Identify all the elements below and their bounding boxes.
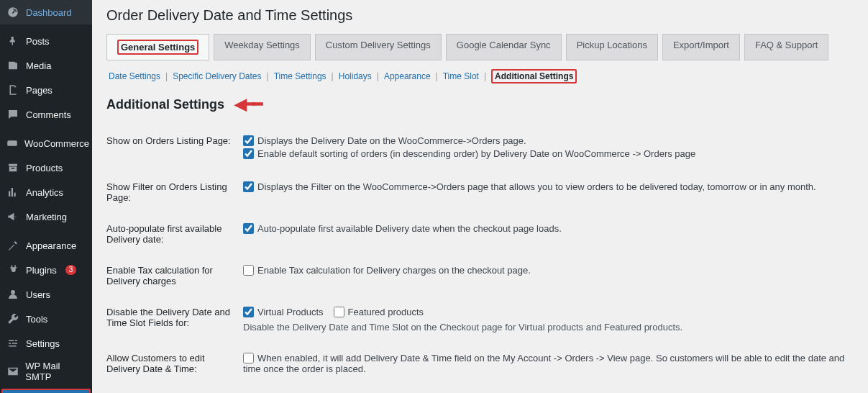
mail-icon [6,364,19,379]
option-text: When enabled, it will add Delivery Date … [243,353,844,374]
tab-faq-support[interactable]: FAQ & Support [744,34,828,60]
separator: | [436,71,438,81]
option-text: Displays the Filter on the WooCommerce->… [257,181,816,192]
subtab-additional-settings[interactable]: Additional Settings [489,68,579,85]
option-text: Enable Tax calculation for Delivery char… [257,265,531,276]
media-icon [6,58,20,73]
sidebar-item-products[interactable]: Products [0,155,92,180]
setting-label: Show Filter on Orders Listing Page: [106,171,243,213]
sub-tabs: Date Settings|Specific Delivery Dates|Ti… [106,68,855,85]
description: Disable the Delivery Date and Time Slot … [243,322,855,333]
label: Dashboard [26,7,72,18]
arrow-icon: ◀━━ [234,95,261,114]
setting-controls: When enabled, it will add Delivery Date … [243,343,855,387]
option[interactable]: Displays the Filter on the WooCommerce->… [243,181,855,192]
subtab-specific-delivery-dates[interactable]: Specific Delivery Dates [170,70,263,83]
settings-table: Show on Orders Listing Page:Displays the… [106,125,855,393]
separator: | [377,71,379,81]
label: Marketing [26,212,67,222]
sidebar-item-media[interactable]: Media [0,53,92,78]
option[interactable]: Auto-populate first available Delivery d… [243,223,855,234]
setting-row: Enable Tax calculation for Delivery char… [106,255,855,297]
option[interactable]: Enable Tax calculation for Delivery char… [243,265,855,276]
sidebar-item-comments[interactable]: Comments [0,102,92,127]
tab-weekday-settings[interactable]: Weekday Settings [214,34,311,60]
user-icon [6,287,20,302]
label: Appearance [26,240,76,251]
label: Products [26,163,63,173]
sidebar-item-woocommerce[interactable]: WooCommerce [0,131,92,155]
sidebar-item-pages[interactable]: Pages [0,78,92,102]
subtab-holidays[interactable]: Holidays [337,70,374,83]
sidebar-item-users[interactable]: Users [0,282,92,307]
label: Settings [26,338,60,349]
checkbox[interactable] [243,148,254,159]
subtab-appearance[interactable]: Appearance [382,70,433,83]
page-title: Order Delivery Date and Time Settings [106,7,855,24]
option[interactable]: Virtual Products [243,307,324,317]
primary-tabs: General SettingsWeekday SettingsCustom D… [106,34,855,60]
sidebar-item-posts[interactable]: Posts [0,29,92,53]
setting-row: Auto-populate first available Delivery d… [106,213,855,255]
subtab-time-settings[interactable]: Time Settings [272,70,329,83]
separator: | [267,71,269,81]
setting-controls: Displays the Delivery Date on the WooCom… [243,125,855,171]
checkbox[interactable] [334,307,344,317]
sidebar-item-wpmailsmtp[interactable]: WP Mail SMTP [0,356,92,387]
sidebar-item-settings[interactable]: Settings [0,331,92,356]
setting-row: Show Filter on Orders Listing Page:Displ… [106,171,855,213]
option-text: Auto-populate first available Delivery d… [257,223,562,234]
sidebar-item-marketing[interactable]: Marketing [0,204,92,229]
label: Pages [26,85,52,96]
tab-google-calendar-sync[interactable]: Google Calendar Sync [446,34,562,60]
option-text: Featured products [348,307,424,317]
sidebar-item-dashboard[interactable]: Dashboard [0,0,92,24]
svg-rect-0 [7,140,17,146]
checkbox[interactable] [243,181,254,192]
setting-row: Show on Orders Listing Page:Displays the… [106,125,855,171]
subtab-time-slot[interactable]: Time Slot [441,70,481,83]
option[interactable]: Displays the Delivery Date on the WooCom… [243,135,855,146]
setting-label: Allow Customers to edit Delivery Date & … [106,343,243,387]
setting-label: Enable Tax calculation for Delivery char… [106,255,243,297]
label: General Settings [117,40,198,55]
plug-icon [6,263,20,277]
woo-icon [6,136,19,150]
section-title: Additional Settings [106,97,224,112]
label: Analytics [26,187,63,198]
setting-row: Display availability on dateWhen enabled… [106,387,855,393]
label: Comments [26,109,71,120]
option[interactable]: Featured products [334,307,424,317]
subtab-date-settings[interactable]: Date Settings [106,70,163,83]
separator: | [332,71,334,81]
tab-custom-delivery-settings[interactable]: Custom Delivery Settings [315,34,442,60]
checkbox[interactable] [243,265,254,276]
checkbox[interactable] [243,223,254,234]
checkbox[interactable] [243,353,254,363]
checkbox[interactable] [243,307,254,317]
sidebar-item-tools[interactable]: Tools [0,307,92,331]
option[interactable]: When enabled, it will add Delivery Date … [243,353,855,374]
separator: | [165,71,168,81]
page-icon [6,83,20,97]
admin-sidebar: Dashboard Posts Media Pages Comments Woo… [0,0,92,393]
sidebar-item-analytics[interactable]: Analytics [0,180,92,204]
label: Tools [26,314,47,325]
option-text: Virtual Products [257,307,324,317]
tab-export-import[interactable]: Export/Import [662,34,740,60]
setting-controls: Virtual ProductsFeatured productsDisable… [243,297,855,343]
sidebar-item-plugins[interactable]: Plugins3 [0,258,92,282]
wrench-icon [6,312,20,326]
option[interactable]: Enable default sorting of orders (in des… [243,148,855,159]
brush-icon [6,238,20,253]
tab-general-settings[interactable]: General Settings [106,34,209,60]
sidebar-item-appearance[interactable]: Appearance [0,233,92,258]
tab-pickup-locations[interactable]: Pickup Locations [566,34,658,60]
label: Additional Settings [491,69,577,83]
separator: | [484,71,486,81]
label: Plugins [26,265,57,276]
pin-icon [6,34,20,48]
setting-label: Display availability on date [106,387,243,393]
checkbox[interactable] [243,135,254,146]
sidebar-item-order-delivery-date[interactable]: Order Delivery Date [1,389,91,393]
